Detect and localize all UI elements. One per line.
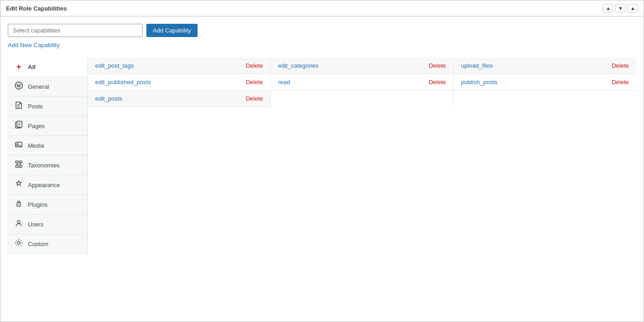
delete-button[interactable]: Delete [612, 62, 629, 69]
wordpress-icon: W [14, 81, 23, 91]
sidebar: + All W General [8, 58, 88, 254]
sidebar-item-pages[interactable]: Pages [8, 116, 87, 136]
delete-button[interactable]: Delete [429, 79, 446, 86]
capability-name[interactable]: upload_files [461, 62, 493, 69]
table-row: edit_categories Delete [271, 58, 453, 74]
sidebar-item-custom[interactable]: Custom [8, 234, 87, 254]
sidebar-item-label: All [28, 64, 36, 70]
capability-name[interactable]: edit_published_posts [95, 79, 151, 86]
collapse-toggle-button[interactable]: ▲ [628, 4, 638, 12]
capabilities-columns: edit_post_tags Delete edit_published_pos… [88, 58, 636, 107]
sidebar-item-general[interactable]: W General [8, 77, 87, 97]
sidebar-item-label: Taxonomies [28, 162, 59, 169]
svg-rect-12 [16, 161, 18, 163]
custom-icon [14, 239, 23, 249]
sidebar-item-label: Media [28, 142, 44, 149]
capability-column-1: edit_post_tags Delete edit_published_pos… [88, 58, 271, 107]
sidebar-item-label: Users [28, 221, 43, 228]
svg-rect-13 [19, 161, 22, 163]
capability-column-3: upload_files Delete publish_posts Delete [454, 58, 636, 107]
table-row: read Delete [271, 74, 453, 91]
capability-select-input[interactable] [8, 24, 143, 37]
sidebar-item-all[interactable]: + All [8, 58, 87, 77]
svg-text:W: W [16, 83, 21, 88]
plus-icon: + [14, 62, 23, 72]
table-row: edit_published_posts Delete [88, 74, 270, 91]
users-icon [14, 219, 23, 229]
sidebar-item-label: Posts [28, 103, 43, 110]
appearance-icon [14, 180, 23, 190]
add-capability-button[interactable]: Add Capability [146, 24, 198, 37]
table-row: publish_posts Delete [454, 74, 636, 91]
capability-name[interactable]: read [278, 79, 290, 86]
sidebar-item-label: Appearance [28, 182, 60, 188]
plugins-icon [14, 199, 23, 209]
widget-controls: ▲ ▼ ▲ [603, 4, 638, 12]
sidebar-item-posts[interactable]: Posts [8, 97, 87, 116]
sidebar-item-users[interactable]: Users [8, 215, 87, 234]
delete-button[interactable]: Delete [246, 62, 263, 69]
posts-icon [14, 101, 23, 111]
table-row: edit_posts Delete [88, 91, 270, 107]
widget-title: Edit Role Capabilities [6, 5, 67, 12]
top-controls: Add Capability [8, 24, 636, 37]
widget-header: Edit Role Capabilities ▲ ▼ ▲ [0, 0, 644, 16]
capability-name[interactable]: edit_posts [95, 95, 122, 102]
pages-icon [14, 121, 23, 131]
widget-body: Add Capability Add New Capability + All [0, 16, 644, 261]
table-row: upload_files Delete [454, 58, 636, 74]
capabilities-area: edit_post_tags Delete edit_published_pos… [88, 58, 636, 254]
sidebar-item-label: Pages [28, 123, 45, 129]
svg-point-22 [17, 242, 20, 244]
sidebar-item-label: Custom [28, 241, 48, 247]
delete-button[interactable]: Delete [246, 79, 263, 86]
sidebar-item-plugins[interactable]: Plugins [8, 195, 87, 215]
collapse-down-button[interactable]: ▼ [615, 4, 626, 12]
svg-rect-15 [19, 166, 22, 167]
capability-name[interactable]: edit_post_tags [95, 62, 134, 69]
delete-button[interactable]: Delete [246, 95, 263, 102]
svg-rect-14 [16, 166, 18, 167]
capability-name[interactable]: edit_categories [278, 62, 318, 69]
delete-button[interactable]: Delete [429, 62, 446, 69]
capability-name[interactable]: publish_posts [461, 79, 498, 86]
media-icon [14, 140, 23, 150]
table-row: edit_post_tags Delete [88, 58, 270, 74]
sidebar-item-taxonomies[interactable]: Taxonomies [8, 156, 87, 175]
delete-button[interactable]: Delete [612, 79, 629, 86]
sidebar-item-label: General [28, 83, 49, 90]
capability-column-2: edit_categories Delete read Delete [271, 58, 454, 107]
collapse-up-button[interactable]: ▲ [603, 4, 613, 12]
sidebar-item-media[interactable]: Media [8, 136, 87, 156]
taxonomies-icon [14, 160, 23, 170]
svg-point-21 [17, 220, 20, 223]
edit-role-capabilities-widget: Edit Role Capabilities ▲ ▼ ▲ Add Capabil… [0, 0, 644, 322]
content-area: + All W General [8, 58, 636, 254]
add-new-capability-link[interactable]: Add New Capability [8, 42, 636, 48]
sidebar-item-appearance[interactable]: Appearance [8, 175, 87, 195]
sidebar-item-label: Plugins [28, 201, 48, 208]
